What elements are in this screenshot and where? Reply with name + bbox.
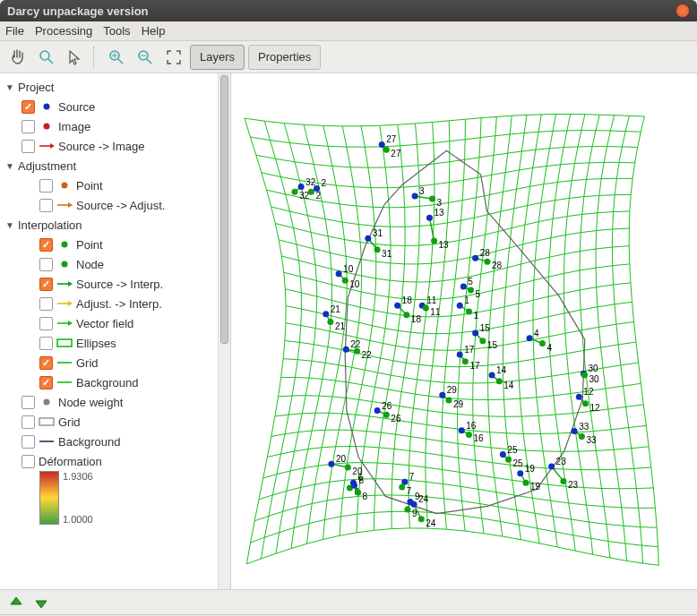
tab-layers[interactable]: Layers — [190, 45, 245, 70]
layer-source-image[interactable]: Source -> Image — [2, 136, 228, 156]
map-canvas[interactable]: 1122334455667788991010111112121313141415… — [231, 73, 697, 589]
chevron-down-icon: ▼ — [5, 161, 14, 171]
arrow-green-icon — [56, 319, 73, 328]
checkbox-deformation[interactable] — [22, 455, 35, 468]
menu-help[interactable]: Help — [142, 24, 166, 38]
layer-image[interactable]: Image — [2, 116, 228, 136]
svg-text:12: 12 — [583, 387, 594, 397]
checkbox-adjust-interp[interactable] — [39, 297, 53, 311]
svg-point-182 — [291, 189, 297, 195]
checkbox-adj-point[interactable] — [39, 179, 53, 192]
menu-tools[interactable]: Tools — [103, 24, 130, 38]
svg-text:11: 11 — [426, 295, 437, 305]
layer-deformation[interactable]: Déformation — [2, 451, 228, 471]
svg-point-46 — [460, 284, 467, 290]
svg-text:30: 30 — [588, 364, 598, 373]
layer-int-node[interactable]: Node — [2, 254, 228, 274]
layer-up-button[interactable] — [7, 594, 25, 612]
layer-source-interp[interactable]: Source -> Interp. — [2, 274, 228, 294]
layer-background[interactable]: Background — [2, 372, 228, 392]
svg-text:3: 3 — [419, 186, 425, 196]
checkbox-source-image[interactable] — [22, 140, 35, 153]
layer-adjust-interp[interactable]: Adjust. -> Interp. — [2, 294, 228, 313]
zoom-in-button[interactable] — [104, 45, 129, 70]
svg-point-14 — [62, 242, 68, 248]
svg-point-116 — [517, 470, 523, 476]
layers-panel: ▼Project Source Image Source -> Image ▼A… — [0, 73, 231, 589]
menu-processing[interactable]: Processing — [35, 24, 92, 38]
layer-source[interactable]: Source — [2, 97, 228, 116]
svg-text:23: 23 — [568, 480, 579, 490]
svg-point-136 — [548, 464, 555, 470]
checkbox-grid[interactable] — [39, 356, 53, 370]
svg-text:23: 23 — [556, 457, 567, 466]
svg-point-172 — [581, 372, 588, 379]
layer-int-point[interactable]: Point — [2, 235, 228, 254]
layer-grid[interactable]: Grid — [2, 353, 228, 372]
main-area: ▼Project Source Image Source -> Image ▼A… — [0, 73, 697, 589]
zoom-fit-button[interactable] — [161, 45, 186, 70]
checkbox-source-adjust[interactable] — [39, 199, 53, 212]
checkbox-int-point[interactable] — [39, 238, 53, 252]
svg-text:17: 17 — [469, 361, 480, 371]
select-tool-button[interactable] — [63, 45, 88, 70]
tree-interpolation[interactable]: ▼Interpolation — [2, 215, 228, 235]
checkbox-int-node[interactable] — [39, 258, 53, 271]
menu-file[interactable]: File — [5, 24, 24, 38]
layer-adj-point[interactable]: Point — [2, 175, 228, 195]
svg-text:22: 22 — [362, 350, 373, 360]
svg-point-72 — [342, 278, 348, 284]
chevron-down-icon: ▼ — [5, 220, 14, 230]
svg-text:15: 15 — [487, 340, 498, 350]
tree-project[interactable]: ▼Project — [2, 77, 228, 97]
checkbox-ellipses[interactable] — [39, 337, 53, 350]
checkbox-vector-field[interactable] — [39, 317, 53, 330]
svg-text:26: 26 — [382, 401, 392, 411]
checkbox-background2[interactable] — [22, 435, 35, 449]
svg-point-146 — [500, 451, 506, 458]
svg-point-81 — [576, 394, 582, 400]
sidebar-scrollbar[interactable] — [218, 73, 230, 589]
checkbox-background[interactable] — [39, 376, 53, 389]
checkbox-source-interp[interactable] — [39, 278, 53, 291]
zoom-window-button[interactable] — [34, 45, 59, 70]
tab-properties[interactable]: Properties — [248, 45, 321, 70]
canvas-svg: 1122334455667788991010111112121313141415… — [231, 73, 697, 589]
layer-tree: ▼Project Source Image Source -> Image ▼A… — [0, 73, 230, 589]
svg-text:15: 15 — [480, 323, 491, 333]
svg-point-82 — [582, 400, 589, 406]
checkbox-node-weight[interactable] — [22, 396, 35, 409]
checkbox-source[interactable] — [22, 100, 35, 114]
layer-node-weight[interactable]: Node weight — [2, 392, 228, 412]
close-icon[interactable] — [675, 4, 690, 18]
svg-point-121 — [328, 461, 334, 467]
tree-adjustment[interactable]: ▼Adjustment — [2, 156, 228, 175]
svg-text:13: 13 — [439, 240, 450, 250]
toolbar-separator — [93, 47, 99, 68]
svg-point-77 — [423, 305, 429, 312]
svg-point-101 — [459, 427, 465, 433]
svg-text:7: 7 — [409, 472, 415, 482]
layer-vector-field[interactable]: Vector field — [2, 313, 228, 333]
scrollbar-thumb[interactable] — [220, 75, 228, 344]
layer-grid2[interactable]: Grid — [2, 412, 228, 432]
svg-line-1 — [48, 59, 53, 64]
pan-tool-button[interactable] — [5, 45, 30, 70]
layer-ellipses[interactable]: Ellipses — [2, 333, 228, 353]
arrow-red-icon — [39, 141, 55, 150]
svg-point-57 — [399, 484, 405, 491]
layer-background2[interactable]: Background — [2, 432, 228, 451]
checkbox-grid2[interactable] — [22, 415, 35, 429]
point-blue-icon — [39, 102, 55, 111]
svg-point-67 — [404, 507, 410, 513]
svg-point-91 — [489, 372, 495, 379]
svg-text:25: 25 — [507, 445, 518, 455]
layer-source-adjust[interactable]: Source -> Adjust. — [2, 195, 228, 215]
checkbox-image[interactable] — [22, 120, 35, 133]
svg-point-62 — [355, 489, 361, 495]
svg-point-167 — [445, 398, 452, 404]
zoom-out-button[interactable] — [133, 45, 158, 70]
svg-text:27: 27 — [391, 149, 401, 158]
layer-down-button[interactable] — [32, 594, 50, 612]
svg-text:1: 1 — [464, 295, 469, 305]
